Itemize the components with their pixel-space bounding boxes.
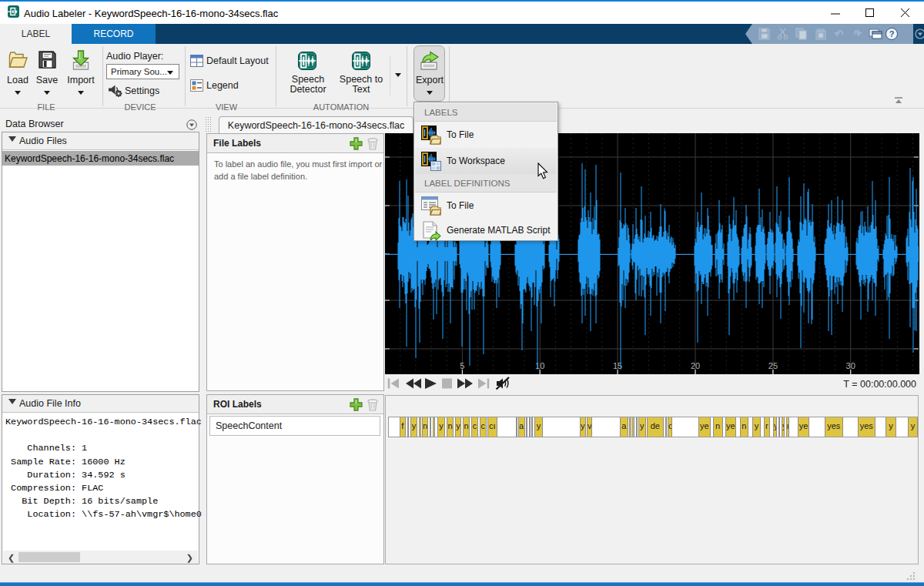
svg-text:10: 10 [535,361,544,370]
svg-text:20: 20 [691,361,700,370]
svg-text:25: 25 [768,361,778,370]
svg-text:5: 5 [460,361,464,370]
svg-text:?: ? [889,29,895,39]
svg-text:30: 30 [846,361,855,370]
